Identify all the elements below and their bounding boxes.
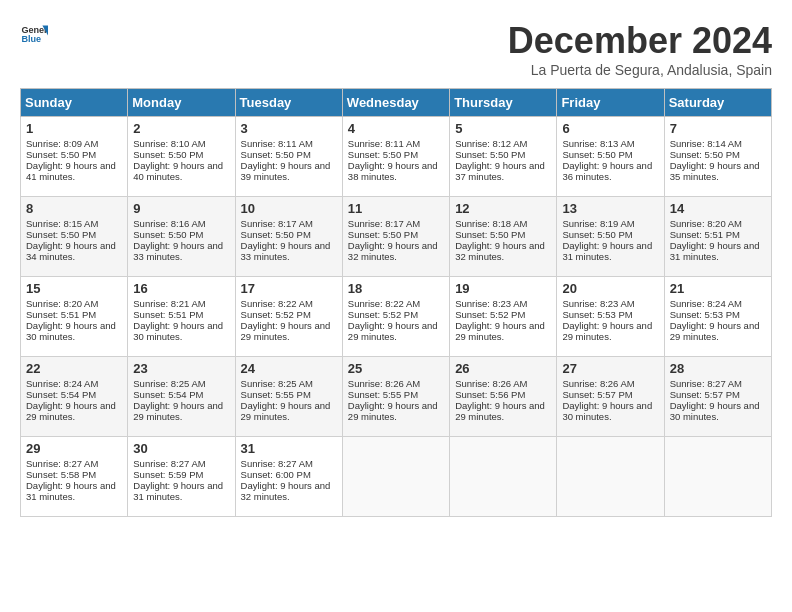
daylight: Daylight: 9 hours and 31 minutes. [26,480,116,502]
sunset: Sunset: 5:57 PM [562,389,632,400]
day-cell: 26Sunrise: 8:26 AMSunset: 5:56 PMDayligh… [450,357,557,437]
sunrise: Sunrise: 8:16 AM [133,218,205,229]
daylight: Daylight: 9 hours and 36 minutes. [562,160,652,182]
sunrise: Sunrise: 8:15 AM [26,218,98,229]
daylight: Daylight: 9 hours and 29 minutes. [455,400,545,422]
day-number: 2 [133,121,229,136]
sunset: Sunset: 5:50 PM [455,149,525,160]
day-number: 14 [670,201,766,216]
sunset: Sunset: 5:50 PM [562,149,632,160]
sunrise: Sunrise: 8:25 AM [133,378,205,389]
day-cell: 21Sunrise: 8:24 AMSunset: 5:53 PMDayligh… [664,277,771,357]
day-cell: 12Sunrise: 8:18 AMSunset: 5:50 PMDayligh… [450,197,557,277]
day-number: 21 [670,281,766,296]
day-number: 16 [133,281,229,296]
day-cell: 16Sunrise: 8:21 AMSunset: 5:51 PMDayligh… [128,277,235,357]
sunrise: Sunrise: 8:11 AM [348,138,420,149]
month-title: December 2024 [508,20,772,62]
sunrise: Sunrise: 8:23 AM [562,298,634,309]
sunrise: Sunrise: 8:17 AM [348,218,420,229]
sunrise: Sunrise: 8:10 AM [133,138,205,149]
location-subtitle: La Puerta de Segura, Andalusia, Spain [508,62,772,78]
sunset: Sunset: 5:51 PM [670,229,740,240]
day-number: 20 [562,281,658,296]
day-cell: 31Sunrise: 8:27 AMSunset: 6:00 PMDayligh… [235,437,342,517]
day-cell: 4Sunrise: 8:11 AMSunset: 5:50 PMDaylight… [342,117,449,197]
day-cell: 14Sunrise: 8:20 AMSunset: 5:51 PMDayligh… [664,197,771,277]
daylight: Daylight: 9 hours and 30 minutes. [26,320,116,342]
day-number: 24 [241,361,337,376]
sunrise: Sunrise: 8:27 AM [26,458,98,469]
day-number: 6 [562,121,658,136]
sunset: Sunset: 5:52 PM [348,309,418,320]
sunrise: Sunrise: 8:18 AM [455,218,527,229]
sunrise: Sunrise: 8:20 AM [26,298,98,309]
column-header-wednesday: Wednesday [342,89,449,117]
sunrise: Sunrise: 8:14 AM [670,138,742,149]
day-cell: 25Sunrise: 8:26 AMSunset: 5:55 PMDayligh… [342,357,449,437]
week-row-5: 29Sunrise: 8:27 AMSunset: 5:58 PMDayligh… [21,437,772,517]
column-header-tuesday: Tuesday [235,89,342,117]
logo-icon: General Blue [20,20,48,48]
daylight: Daylight: 9 hours and 31 minutes. [133,480,223,502]
sunset: Sunset: 5:51 PM [26,309,96,320]
day-cell: 17Sunrise: 8:22 AMSunset: 5:52 PMDayligh… [235,277,342,357]
sunrise: Sunrise: 8:23 AM [455,298,527,309]
week-row-4: 22Sunrise: 8:24 AMSunset: 5:54 PMDayligh… [21,357,772,437]
sunset: Sunset: 5:58 PM [26,469,96,480]
day-cell: 19Sunrise: 8:23 AMSunset: 5:52 PMDayligh… [450,277,557,357]
sunset: Sunset: 5:55 PM [348,389,418,400]
week-row-3: 15Sunrise: 8:20 AMSunset: 5:51 PMDayligh… [21,277,772,357]
calendar-table: SundayMondayTuesdayWednesdayThursdayFrid… [20,88,772,517]
sunrise: Sunrise: 8:20 AM [670,218,742,229]
sunrise: Sunrise: 8:27 AM [670,378,742,389]
sunset: Sunset: 5:57 PM [670,389,740,400]
day-number: 31 [241,441,337,456]
logo: General Blue [20,20,48,48]
daylight: Daylight: 9 hours and 29 minutes. [348,400,438,422]
day-cell [557,437,664,517]
sunset: Sunset: 5:50 PM [455,229,525,240]
day-number: 23 [133,361,229,376]
sunset: Sunset: 5:50 PM [348,229,418,240]
day-cell [450,437,557,517]
sunrise: Sunrise: 8:11 AM [241,138,313,149]
sunrise: Sunrise: 8:21 AM [133,298,205,309]
day-number: 22 [26,361,122,376]
sunset: Sunset: 5:50 PM [348,149,418,160]
sunset: Sunset: 5:54 PM [133,389,203,400]
sunset: Sunset: 5:50 PM [133,229,203,240]
day-cell: 20Sunrise: 8:23 AMSunset: 5:53 PMDayligh… [557,277,664,357]
day-cell: 15Sunrise: 8:20 AMSunset: 5:51 PMDayligh… [21,277,128,357]
daylight: Daylight: 9 hours and 33 minutes. [133,240,223,262]
day-cell: 18Sunrise: 8:22 AMSunset: 5:52 PMDayligh… [342,277,449,357]
day-cell: 3Sunrise: 8:11 AMSunset: 5:50 PMDaylight… [235,117,342,197]
page-header: General Blue December 2024 La Puerta de … [20,20,772,78]
day-number: 27 [562,361,658,376]
sunset: Sunset: 5:50 PM [133,149,203,160]
daylight: Daylight: 9 hours and 39 minutes. [241,160,331,182]
sunset: Sunset: 5:50 PM [241,149,311,160]
sunset: Sunset: 6:00 PM [241,469,311,480]
day-cell: 28Sunrise: 8:27 AMSunset: 5:57 PMDayligh… [664,357,771,437]
day-number: 13 [562,201,658,216]
daylight: Daylight: 9 hours and 30 minutes. [670,400,760,422]
sunrise: Sunrise: 8:22 AM [348,298,420,309]
day-number: 28 [670,361,766,376]
day-number: 17 [241,281,337,296]
sunset: Sunset: 5:53 PM [670,309,740,320]
day-cell: 23Sunrise: 8:25 AMSunset: 5:54 PMDayligh… [128,357,235,437]
sunset: Sunset: 5:56 PM [455,389,525,400]
sunset: Sunset: 5:50 PM [241,229,311,240]
header-row: SundayMondayTuesdayWednesdayThursdayFrid… [21,89,772,117]
sunrise: Sunrise: 8:27 AM [241,458,313,469]
daylight: Daylight: 9 hours and 29 minutes. [26,400,116,422]
sunset: Sunset: 5:50 PM [26,149,96,160]
day-cell [342,437,449,517]
daylight: Daylight: 9 hours and 29 minutes. [562,320,652,342]
day-cell: 6Sunrise: 8:13 AMSunset: 5:50 PMDaylight… [557,117,664,197]
daylight: Daylight: 9 hours and 29 minutes. [241,400,331,422]
sunrise: Sunrise: 8:26 AM [562,378,634,389]
day-number: 4 [348,121,444,136]
sunset: Sunset: 5:55 PM [241,389,311,400]
